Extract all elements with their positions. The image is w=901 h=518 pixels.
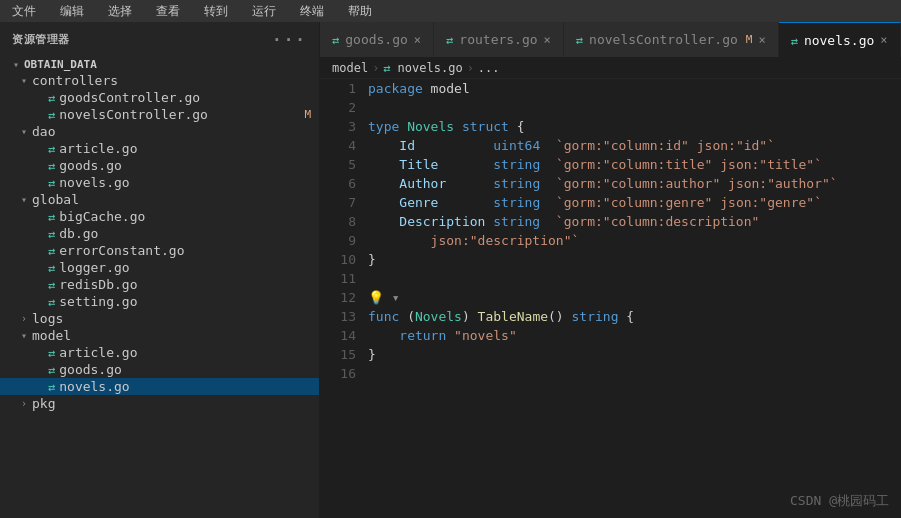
code-editor[interactable]: 12345678910111213141516 package modeltyp… [320, 79, 901, 518]
breadcrumb-model[interactable]: model [332, 61, 368, 75]
menu-run[interactable]: 运行 [248, 1, 280, 22]
code-line: func (Novels) TableName() string { [368, 307, 901, 326]
menu-file[interactable]: 文件 [8, 1, 40, 22]
code-line: json:"description"` [368, 231, 901, 250]
folder-arrow-icon [16, 330, 32, 341]
tab-novelscontroller-label: novelsController.go [589, 32, 738, 47]
sidebar-item-controllers[interactable]: controllers [0, 72, 319, 89]
menu-goto[interactable]: 转到 [200, 1, 232, 22]
menu-terminal[interactable]: 终端 [296, 1, 328, 22]
tabs-bar: goods.go × routers.go × novelsController… [320, 22, 901, 57]
go-tab-icon [791, 33, 798, 48]
folder-arrow-icon [8, 59, 24, 70]
file-tree: OBTAIN_DATA controllers goodsController.… [0, 57, 319, 518]
menu-view[interactable]: 查看 [152, 1, 184, 22]
code-line: type Novels struct { [368, 117, 901, 136]
sidebar-item-bigcache[interactable]: bigCache.go [0, 208, 319, 225]
breadcrumb-file-icon [383, 61, 393, 75]
go-file-icon [48, 363, 55, 377]
code-line: return "novels" [368, 326, 901, 345]
sidebar-item-article-model[interactable]: article.go [0, 344, 319, 361]
sidebar-item-novels-model[interactable]: novels.go [0, 378, 319, 395]
go-tab-icon [332, 32, 339, 47]
tab-close-button[interactable]: × [758, 33, 765, 47]
go-file-icon [48, 227, 55, 241]
code-content[interactable]: package modeltype Novels struct { Id uin… [368, 79, 901, 518]
menu-bar: 文件 编辑 选择 查看 转到 运行 终端 帮助 [0, 0, 901, 22]
go-file-icon [48, 380, 55, 394]
tab-goods-label: goods.go [345, 32, 408, 47]
breadcrumb-filename[interactable]: novels.go [398, 61, 463, 75]
go-file-icon [48, 108, 55, 122]
code-line: } [368, 345, 901, 364]
code-line [368, 364, 901, 383]
tab-close-button[interactable]: × [414, 33, 421, 47]
folder-arrow-icon [16, 313, 32, 324]
go-file-icon [48, 176, 55, 190]
code-line: package model [368, 79, 901, 98]
sidebar-item-setting[interactable]: setting.go [0, 293, 319, 310]
sidebar-more-button[interactable]: ··· [272, 30, 307, 49]
go-file-icon [48, 295, 55, 309]
code-line [368, 269, 901, 288]
sidebar-item-db[interactable]: db.go [0, 225, 319, 242]
tab-routers-label: routers.go [459, 32, 537, 47]
menu-help[interactable]: 帮助 [344, 1, 376, 22]
tree-root-folder[interactable]: OBTAIN_DATA [0, 57, 319, 72]
sidebar-item-logs[interactable]: logs [0, 310, 319, 327]
sidebar-item-logger[interactable]: logger.go [0, 259, 319, 276]
sidebar-item-pkg[interactable]: pkg [0, 395, 319, 412]
sidebar-item-redisdb[interactable]: redisDb.go [0, 276, 319, 293]
sidebar-item-goods-model[interactable]: goods.go [0, 361, 319, 378]
line-numbers: 12345678910111213141516 [320, 79, 368, 518]
folder-arrow-icon [16, 398, 32, 409]
code-line: Title string `gorm:"column:title" json:"… [368, 155, 901, 174]
go-tab-icon [576, 32, 583, 47]
sidebar-item-global[interactable]: global [0, 191, 319, 208]
go-file-icon [48, 278, 55, 292]
tab-novels[interactable]: novels.go × [779, 22, 901, 57]
tab-close-button[interactable]: × [880, 33, 887, 47]
sidebar-item-model[interactable]: model [0, 327, 319, 344]
editor-area: goods.go × routers.go × novelsController… [320, 22, 901, 518]
tab-novels-label: novels.go [804, 33, 874, 48]
breadcrumb-symbol[interactable]: ... [478, 61, 500, 75]
go-file-icon [48, 244, 55, 258]
sidebar-item-novelscontroller[interactable]: novelsController.go M [0, 106, 319, 123]
menu-edit[interactable]: 编辑 [56, 1, 88, 22]
code-line: Genre string `gorm:"column:genre" json:"… [368, 193, 901, 212]
sidebar-item-dao[interactable]: dao [0, 123, 319, 140]
code-line: } [368, 250, 901, 269]
sidebar: 资源管理器 ··· OBTAIN_DATA controllers goodsC… [0, 22, 320, 518]
tab-modified-badge: M [746, 33, 753, 46]
sidebar-header: 资源管理器 ··· [0, 22, 319, 57]
go-file-icon [48, 210, 55, 224]
tab-novelscontroller[interactable]: novelsController.go M × [564, 22, 779, 57]
watermark: CSDN @桃园码工 [790, 492, 889, 510]
code-line: Description string `gorm:"column:descrip… [368, 212, 901, 231]
folder-arrow-icon [16, 126, 32, 137]
go-tab-icon [446, 32, 453, 47]
go-file-icon [48, 261, 55, 275]
folder-arrow-icon [16, 75, 32, 86]
menu-select[interactable]: 选择 [104, 1, 136, 22]
go-file-icon [48, 142, 55, 156]
sidebar-item-article-dao[interactable]: article.go [0, 140, 319, 157]
code-line [368, 98, 901, 117]
breadcrumb: model › novels.go › ... [320, 57, 901, 79]
go-file-icon [48, 346, 55, 360]
go-file-icon [48, 91, 55, 105]
go-file-icon [48, 159, 55, 173]
code-line: Author string `gorm:"column:author" json… [368, 174, 901, 193]
code-line: Id uint64 `gorm:"column:id" json:"id"` [368, 136, 901, 155]
sidebar-title: 资源管理器 [12, 32, 70, 47]
sidebar-item-novels-dao[interactable]: novels.go [0, 174, 319, 191]
sidebar-item-goodscontroller[interactable]: goodsController.go [0, 89, 319, 106]
tab-close-button[interactable]: × [544, 33, 551, 47]
tab-routers[interactable]: routers.go × [434, 22, 564, 57]
sidebar-item-goods-dao[interactable]: goods.go [0, 157, 319, 174]
modified-badge: M [304, 108, 311, 121]
tab-goods[interactable]: goods.go × [320, 22, 434, 57]
sidebar-item-errorconstant[interactable]: errorConstant.go [0, 242, 319, 259]
code-line: 💡 ▾ [368, 288, 901, 307]
